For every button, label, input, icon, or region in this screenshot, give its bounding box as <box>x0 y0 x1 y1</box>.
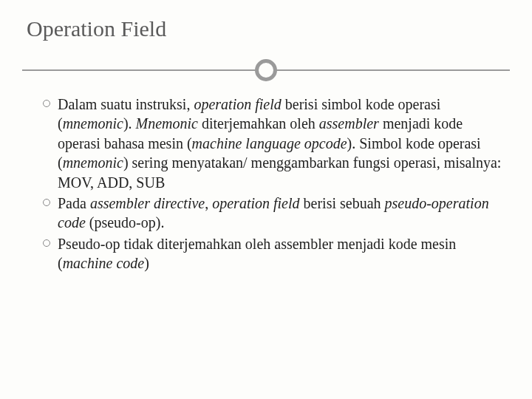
bullet-circle-icon <box>43 239 50 247</box>
content-area: Dalam suatu instruksi, operation field b… <box>22 95 510 273</box>
slide: Operation Field Dalam suatu instruksi, o… <box>0 0 532 399</box>
bullet-text: Dalam suatu instruksi, operation field b… <box>58 95 505 192</box>
list-item: Pseudo-op tidak diterjemahkan oleh assem… <box>30 234 505 273</box>
bullet-circle-icon <box>43 199 50 206</box>
bullet-text: Pseudo-op tidak diterjemahkan oleh assem… <box>58 234 505 273</box>
slide-title: Operation Field <box>27 16 510 41</box>
list-item: Pada assembler directive, operation fiel… <box>30 194 505 233</box>
list-item: Dalam suatu instruksi, operation field b… <box>30 95 505 192</box>
divider <box>22 59 510 81</box>
bullet-circle-icon <box>43 100 50 107</box>
divider-circle-icon <box>255 59 277 81</box>
bullet-text: Pada assembler directive, operation fiel… <box>58 194 505 233</box>
